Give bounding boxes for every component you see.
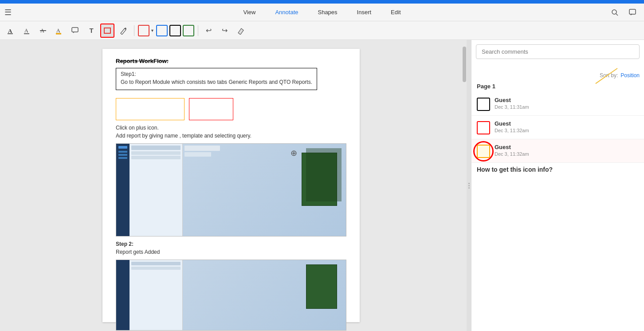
color-red-button[interactable]	[138, 25, 149, 36]
comment-item-3-wrapper: Guest Dec 3, 11:32am How to get this ico…	[471, 139, 644, 177]
text-button[interactable]: T	[84, 24, 98, 38]
svg-point-0	[612, 10, 617, 14]
menu-annotate[interactable]: Annotate	[270, 7, 303, 18]
svg-text:A: A	[24, 28, 28, 34]
add-text: Add report by giving name , template and…	[116, 133, 346, 139]
underline-button[interactable]: A	[20, 24, 35, 38]
step1-text: Go to Report Module which consists two t…	[121, 79, 312, 85]
draw-button[interactable]	[116, 24, 130, 38]
menu-edit[interactable]: Edit	[385, 7, 406, 18]
sort-value[interactable]: Position	[620, 72, 640, 79]
orange-box-annotation	[116, 98, 185, 120]
menu-insert[interactable]: Insert	[352, 7, 377, 18]
comment-item-1[interactable]: Guest Dec 3, 11:31am	[471, 92, 644, 116]
comment-meta-3: Guest Dec 3, 11:32am	[495, 144, 529, 157]
scrollbar-thumb[interactable]	[463, 47, 466, 82]
highlight-button[interactable]: A	[52, 24, 67, 38]
comments-icon[interactable]	[625, 5, 640, 20]
panel-resizer[interactable]	[467, 40, 471, 331]
step1-box: Step1: Go to Report Module which consist…	[116, 68, 317, 90]
redo-button[interactable]: ↪	[218, 24, 232, 38]
separator-1	[134, 25, 134, 36]
comment-item-3[interactable]: Guest Dec 3, 11:32am	[471, 139, 644, 163]
menu-items: View Annotate Shapes Insert Edit	[238, 7, 406, 18]
strikethrough-button[interactable]: A	[36, 24, 51, 38]
resizer-dot-2	[468, 185, 470, 186]
menu-view[interactable]: View	[238, 7, 261, 18]
comment-user-1: Guest	[495, 97, 529, 103]
svg-text:A: A	[56, 28, 60, 34]
screenshot-1: ⊕	[116, 143, 346, 236]
sort-bar: Sort by: Position	[471, 71, 644, 80]
document-page: Reports WorkFlow: Step1: Go to Report Mo…	[102, 49, 360, 322]
svg-line-1	[616, 14, 618, 16]
svg-rect-12	[104, 28, 110, 33]
document-scrollbar[interactable]	[462, 40, 467, 331]
color-red-dropdown[interactable]: ▼	[150, 28, 154, 33]
menu-shapes[interactable]: Shapes	[312, 7, 342, 18]
svg-rect-11	[72, 28, 78, 32]
comments-panel: Sort by: Position Page 1 Guest Dec 3, 11…	[471, 40, 644, 331]
hamburger-icon[interactable]: ☰	[4, 8, 12, 17]
comment-button[interactable]	[68, 24, 82, 38]
toolbar: A A A A T ▼ ↩ ↪	[0, 21, 644, 40]
comment-time-3: Dec 3, 11:32am	[495, 151, 529, 157]
eraser-button[interactable]	[234, 24, 248, 38]
comment-icon-3	[477, 145, 490, 158]
comment-icon-2	[477, 121, 490, 134]
main-content: Reports WorkFlow: Step1: Go to Report Mo…	[0, 40, 644, 331]
comment-item-2[interactable]: Guest Dec 3, 11:32am	[471, 116, 644, 139]
page-title: Reports WorkFlow:	[116, 58, 346, 64]
undo-button[interactable]: ↩	[202, 24, 216, 38]
resizer-handle	[468, 183, 470, 189]
search-comments-input[interactable]	[476, 44, 640, 59]
screenshot-2	[116, 260, 346, 331]
annotation-boxes-row	[116, 98, 346, 120]
step2-label: Step 2:	[116, 241, 346, 247]
top-bar	[0, 0, 644, 4]
comment-meta-1: Guest Dec 3, 11:31am	[495, 97, 529, 110]
comment-time-1: Dec 3, 11:31am	[495, 104, 529, 110]
comment-meta-2: Guest Dec 3, 11:32am	[495, 120, 529, 133]
red-box-annotation	[189, 98, 233, 120]
resizer-dot-1	[468, 183, 470, 184]
text-format-button[interactable]: A	[4, 24, 19, 38]
color-blue-button[interactable]	[156, 25, 168, 36]
color-green-button[interactable]	[183, 25, 194, 36]
comment-time-2: Dec 3, 11:32am	[495, 128, 529, 133]
menu-right-icons	[608, 5, 640, 20]
color-black-button[interactable]	[169, 25, 181, 36]
comment-user-3: Guest	[495, 144, 529, 150]
svg-text:A: A	[8, 28, 12, 34]
rectangle-button[interactable]	[100, 24, 114, 38]
menu-bar: ☰ View Annotate Shapes Insert Edit	[0, 4, 644, 21]
color-red-group[interactable]: ▼	[138, 25, 154, 36]
search-icon[interactable]	[608, 5, 622, 20]
step1-label: Step1:	[121, 71, 312, 77]
resizer-dot-3	[468, 187, 470, 189]
page-label: Page 1	[471, 80, 644, 92]
document-area: Reports WorkFlow: Step1: Go to Report Mo…	[0, 40, 462, 331]
comment-content-3: How to get this icon info?	[471, 163, 644, 177]
step2-text: Report gets Added	[116, 249, 346, 255]
svg-rect-2	[629, 9, 636, 14]
click-text: Click on plus icon.	[116, 125, 346, 131]
separator-2	[198, 25, 198, 36]
comment-user-2: Guest	[495, 120, 529, 127]
comment-icon-1	[477, 98, 490, 111]
